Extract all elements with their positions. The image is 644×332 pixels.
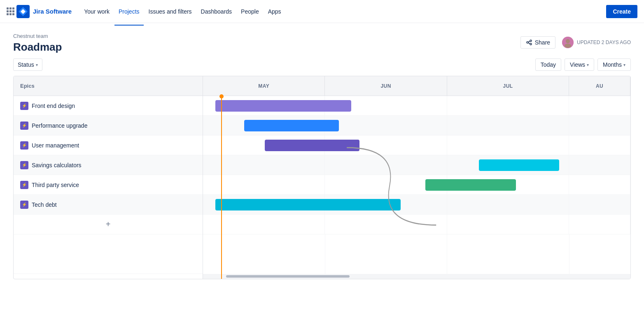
share-button[interactable]: Share bbox=[520, 36, 555, 49]
navbar: Jira Software Your work Projects Issues … bbox=[0, 0, 644, 23]
months-chevron-icon: ▾ bbox=[623, 63, 625, 67]
gantt-row-2 bbox=[203, 136, 630, 155]
views-button[interactable]: Views ▾ bbox=[565, 58, 594, 71]
gantt-cell-aug-0 bbox=[569, 96, 630, 115]
epic-label: Savings calculators bbox=[32, 162, 82, 168]
views-label: Views bbox=[570, 61, 585, 68]
epic-label: Tech debt bbox=[32, 201, 57, 208]
today-button[interactable]: Today bbox=[535, 58, 561, 71]
gantt-row-5 bbox=[203, 195, 630, 215]
roadmap: Epics ⚡ Front end design ⚡ Performance u… bbox=[13, 76, 631, 279]
gantt-row-0 bbox=[203, 96, 630, 116]
gantt-cell-aug-5 bbox=[569, 195, 630, 214]
page-header-actions: Share UPDATED 2 DAYS AGO bbox=[520, 33, 631, 49]
gantt-row-3 bbox=[203, 155, 630, 175]
epic-row-front-end-design[interactable]: ⚡ Front end design bbox=[14, 96, 203, 116]
svg-point-2 bbox=[530, 43, 532, 45]
gantt-cell-jun-3 bbox=[325, 155, 447, 175]
epic-row-savings-calculators[interactable]: ⚡ Savings calculators bbox=[14, 155, 203, 175]
status-chevron-icon: ▾ bbox=[36, 63, 38, 67]
add-epic-button[interactable]: + bbox=[14, 215, 203, 234]
svg-line-5 bbox=[528, 43, 530, 44]
breadcrumb: Chestnut team bbox=[13, 33, 62, 39]
epic-icon: ⚡ bbox=[20, 181, 28, 189]
epics-header: Epics bbox=[14, 76, 203, 96]
epic-row-third-party-service[interactable]: ⚡ Third party service bbox=[14, 175, 203, 195]
gantt-row-4 bbox=[203, 175, 630, 195]
create-button[interactable]: Create bbox=[606, 5, 637, 18]
status-filter-button[interactable]: Status ▾ bbox=[13, 58, 42, 71]
logo[interactable]: Jira Software bbox=[16, 5, 72, 18]
gantt-bar-front-end-design[interactable] bbox=[215, 100, 351, 112]
gantt-cell-jul-1 bbox=[447, 116, 569, 135]
gantt-bar-tech-debt[interactable] bbox=[215, 199, 401, 210]
epic-icon: ⚡ bbox=[20, 161, 28, 169]
nav-apps[interactable]: Apps bbox=[264, 5, 285, 18]
today-line bbox=[221, 96, 222, 279]
scrollbar-thumb[interactable] bbox=[226, 275, 350, 278]
gantt-bar-savings-calculators[interactable] bbox=[479, 159, 559, 171]
add-icon: + bbox=[106, 220, 111, 229]
epic-label: Third party service bbox=[32, 182, 79, 188]
epic-row-user-management[interactable]: ⚡ User management bbox=[14, 136, 203, 155]
gantt-months: MAY JUN JUL AU bbox=[203, 76, 630, 96]
nav-items: Your work Projects Issues and filters Da… bbox=[80, 5, 604, 18]
svg-point-7 bbox=[566, 39, 570, 43]
svg-line-4 bbox=[528, 41, 530, 42]
gantt-panel: MAY JUN JUL AU bbox=[203, 76, 630, 279]
epic-label: Front end design bbox=[32, 103, 75, 109]
avatar bbox=[562, 37, 574, 48]
updated-info: UPDATED 2 DAYS AGO bbox=[562, 37, 631, 48]
epic-label: User management bbox=[32, 142, 79, 149]
gantt-cell-jul-5 bbox=[447, 195, 569, 214]
updated-label: UPDATED 2 DAYS AGO bbox=[577, 40, 631, 45]
grid-menu-icon[interactable] bbox=[7, 7, 15, 16]
epics-panel: Epics ⚡ Front end design ⚡ Performance u… bbox=[14, 76, 203, 279]
epic-icon: ⚡ bbox=[20, 201, 28, 209]
epic-row-performance-upgrade[interactable]: ⚡ Performance upgrade bbox=[14, 116, 203, 136]
gantt-cell-jun-1 bbox=[325, 116, 447, 135]
share-label: Share bbox=[535, 39, 550, 46]
page-header: Chestnut team Roadmap Share UPDATED 2 DA… bbox=[0, 23, 644, 54]
gantt-body bbox=[203, 96, 630, 279]
toolbar: Status ▾ Today Views ▾ Months ▾ bbox=[0, 54, 644, 76]
gantt-cell-aug-3 bbox=[569, 155, 630, 175]
gantt-cell-aug-1 bbox=[569, 116, 630, 135]
gantt-empty-bottom bbox=[203, 234, 630, 274]
svg-point-8 bbox=[565, 44, 571, 48]
nav-dashboards[interactable]: Dashboards bbox=[197, 5, 236, 18]
gantt-row-1 bbox=[203, 116, 630, 136]
gantt-bar-user-management[interactable] bbox=[265, 140, 359, 151]
svg-point-3 bbox=[527, 42, 528, 43]
nav-your-work[interactable]: Your work bbox=[80, 5, 114, 18]
gantt-cell-aug-4 bbox=[569, 175, 630, 194]
share-icon bbox=[526, 39, 532, 46]
page-title: Roadmap bbox=[13, 41, 62, 54]
status-label: Status bbox=[18, 61, 34, 68]
gantt-bar-third-party-service[interactable] bbox=[425, 179, 516, 191]
svg-point-1 bbox=[530, 40, 532, 42]
month-may: MAY bbox=[203, 76, 325, 96]
month-jun: JUN bbox=[325, 76, 447, 96]
toolbar-right: Today Views ▾ Months ▾ bbox=[535, 58, 631, 71]
empty-area bbox=[14, 234, 203, 274]
gantt-cell-aug-2 bbox=[569, 136, 630, 155]
nav-people[interactable]: People bbox=[237, 5, 263, 18]
gantt-bar-performance-upgrade[interactable] bbox=[244, 120, 339, 131]
epic-label: Performance upgrade bbox=[32, 122, 87, 129]
gantt-add-row bbox=[203, 215, 630, 234]
epic-icon: ⚡ bbox=[20, 122, 28, 130]
epic-icon: ⚡ bbox=[20, 141, 28, 150]
gantt-cell-jul-2 bbox=[447, 136, 569, 155]
month-aug: AU bbox=[569, 76, 630, 96]
nav-issues-filters[interactable]: Issues and filters bbox=[145, 5, 196, 18]
epic-icon: ⚡ bbox=[20, 102, 28, 110]
gantt-cell-jul-0 bbox=[447, 96, 569, 115]
gantt-scrollbar[interactable] bbox=[203, 274, 630, 279]
views-chevron-icon: ▾ bbox=[587, 63, 589, 67]
today-dot bbox=[219, 94, 224, 98]
logo-text: Jira Software bbox=[33, 8, 72, 15]
months-button[interactable]: Months ▾ bbox=[597, 58, 631, 71]
nav-projects[interactable]: Projects bbox=[114, 5, 144, 18]
epic-row-tech-debt[interactable]: ⚡ Tech debt bbox=[14, 195, 203, 215]
